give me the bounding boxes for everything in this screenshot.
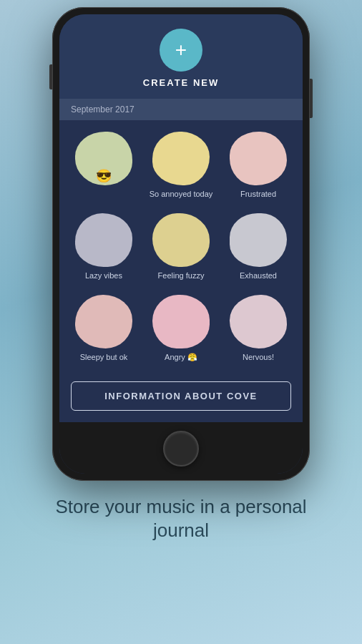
home-button-area	[59, 422, 303, 474]
journal-item-9[interactable]: Nervous!	[222, 291, 294, 366]
blob-4	[75, 213, 132, 267]
item-label-5: Feeling fuzzy	[158, 271, 205, 280]
blob-9	[230, 295, 287, 348]
blob-6	[230, 213, 287, 267]
journal-item-8[interactable]: Angry 😤	[145, 291, 217, 366]
blob-2	[152, 132, 210, 185]
home-button[interactable]	[163, 431, 199, 467]
journal-item-5[interactable]: Feeling fuzzy	[145, 209, 217, 285]
blob-7	[75, 295, 132, 348]
phone-wrapper: + CREATE NEW September 2017 😎	[52, 7, 310, 481]
create-new-button[interactable]: +	[160, 29, 202, 72]
journal-item-3[interactable]: Frustrated	[222, 127, 294, 203]
journal-item-6[interactable]: Exhausted	[222, 209, 294, 285]
month-text: September 2017	[71, 104, 134, 114]
item-label-3: Frustrated	[240, 190, 276, 199]
journal-item-7[interactable]: Sleepy but ok	[68, 291, 140, 366]
journal-item-2[interactable]: So annoyed today	[145, 127, 217, 203]
item-label-8: Angry 😤	[165, 353, 197, 362]
blob-3	[230, 132, 287, 185]
plus-icon: +	[175, 40, 187, 60]
blob-8	[152, 295, 210, 348]
month-header: September 2017	[59, 99, 303, 120]
info-about-cove-button[interactable]: INFORMATION ABOUT COVE	[71, 381, 291, 411]
blob-1: 😎	[75, 132, 132, 185]
item-label-4: Lazy vibes	[85, 271, 122, 280]
journal-item-4[interactable]: Lazy vibes	[68, 209, 140, 285]
item-label-7: Sleepy but ok	[80, 353, 128, 362]
journal-grid: 😎 So annoyed today Frustrated	[59, 120, 303, 374]
tagline-text: Store your music in a personal journal	[29, 495, 333, 544]
phone-frame: + CREATE NEW September 2017 😎	[52, 7, 310, 481]
top-section: + CREATE NEW	[59, 14, 303, 99]
blob-5	[152, 213, 210, 267]
phone-inner: + CREATE NEW September 2017 😎	[59, 14, 303, 474]
emoji-1: 😎	[96, 168, 112, 184]
item-label-2: So annoyed today	[150, 190, 213, 199]
item-label-6: Exhausted	[240, 271, 277, 280]
info-button-section: INFORMATION ABOUT COVE	[59, 374, 303, 422]
item-label-9: Nervous!	[243, 353, 274, 362]
journal-item-1[interactable]: 😎	[68, 127, 140, 203]
bottom-section: Store your music in a personal journal	[0, 495, 362, 544]
create-new-label: CREATE NEW	[143, 77, 219, 88]
